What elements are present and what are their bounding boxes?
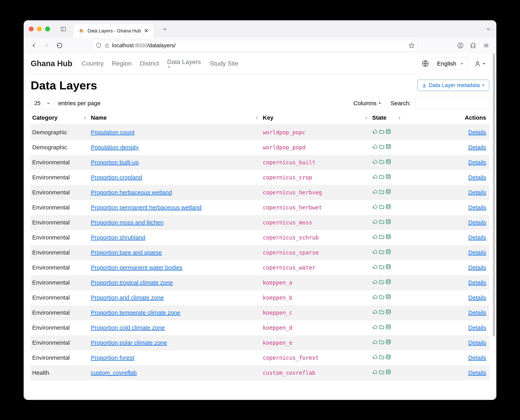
col-name[interactable]: Name▲▼ [89, 111, 261, 125]
details-link[interactable]: Details [468, 279, 486, 286]
close-window-button[interactable] [29, 27, 34, 31]
details-link[interactable]: Details [468, 144, 486, 150]
folder-icon [379, 264, 385, 270]
database-icon [385, 249, 391, 255]
details-link[interactable]: Details [468, 264, 486, 271]
columns-dropdown[interactable]: Columns [353, 100, 381, 106]
search-input[interactable] [415, 98, 489, 109]
app-menu-icon[interactable] [481, 40, 491, 51]
details-link[interactable]: Details [468, 249, 486, 256]
svg-point-28 [386, 325, 390, 326]
cell-state [371, 275, 404, 290]
layer-link[interactable]: Proportion bare and sparse [91, 249, 162, 256]
sidebar-toggle-icon[interactable] [59, 25, 68, 33]
layer-link[interactable]: Proportion permanent water bodies [91, 264, 183, 271]
details-link[interactable]: Details [468, 309, 486, 316]
layer-link[interactable]: Proportion permanent herbaceous wetland [91, 204, 202, 210]
entries-per-page-select[interactable]: 25 [31, 98, 54, 109]
details-link[interactable]: Details [468, 129, 486, 135]
layer-link[interactable]: custom_covreflab [91, 369, 137, 376]
database-icon [385, 309, 391, 315]
layer-link[interactable]: Population count [91, 129, 135, 135]
database-icon [385, 174, 391, 180]
state-icons [372, 129, 391, 135]
svg-point-30 [386, 355, 390, 356]
nav-link-region[interactable]: Region [111, 58, 133, 69]
cell-key: koeppen_d [261, 320, 371, 335]
cell-category: Environmental [31, 245, 89, 260]
nav-link-district[interactable]: District [139, 58, 160, 69]
columns-label: Columns [353, 100, 376, 106]
details-link[interactable]: Details [468, 369, 486, 376]
maximize-window-button[interactable] [45, 27, 50, 31]
table-row: Environmental Proportion moss and litche… [31, 215, 489, 230]
details-link[interactable]: Details [468, 159, 486, 165]
col-state[interactable]: State▲▼ [371, 111, 404, 125]
caret-down-icon [167, 66, 202, 69]
cell-category: Health [31, 365, 89, 380]
database-icon [385, 264, 391, 270]
folder-icon [379, 309, 385, 315]
details-link[interactable]: Details [468, 189, 486, 195]
layer-link[interactable]: Proportion cold climate zone [91, 324, 165, 331]
site-brand[interactable]: Ghana Hub [31, 59, 72, 68]
layer-link[interactable]: Proportion tropical climate zone [91, 279, 173, 286]
layer-link[interactable]: Proportion moss and litchen [91, 219, 163, 226]
recycle-icon [372, 264, 378, 270]
details-link[interactable]: Details [468, 339, 486, 346]
details-link[interactable]: Details [468, 174, 486, 180]
layer-link[interactable]: Population density [91, 144, 139, 150]
forward-button[interactable] [42, 40, 52, 51]
language-select[interactable]: English [433, 57, 468, 70]
cell-actions: Details [404, 170, 489, 185]
metadata-download-button[interactable]: Data Layer metadata [417, 80, 489, 91]
caret-down-icon [482, 84, 485, 87]
account-icon[interactable] [455, 40, 466, 51]
user-menu[interactable] [474, 60, 485, 67]
folder-icon [379, 249, 385, 255]
svg-marker-3 [409, 43, 414, 48]
reload-button[interactable] [54, 40, 65, 51]
url-text: localhost:8000/datalayers/ [112, 42, 176, 49]
cell-category: Environmental [31, 290, 89, 305]
svg-point-20 [386, 204, 390, 206]
cell-state [371, 230, 404, 245]
recycle-icon [372, 339, 378, 345]
layer-link[interactable]: Proportion polar climate zone [91, 339, 167, 346]
tabs-overflow-icon[interactable] [485, 26, 491, 32]
new-tab-button[interactable]: ＋ [161, 25, 169, 33]
site-navbar: Ghana Hub CountryRegionDistrictData Laye… [24, 53, 496, 74]
col-key[interactable]: Key▲▼ [261, 111, 371, 125]
minimize-window-button[interactable] [37, 27, 42, 31]
details-link[interactable]: Details [468, 324, 486, 331]
layer-link[interactable]: Proportion shrubland [91, 234, 145, 241]
svg-point-25 [386, 279, 390, 281]
tab-close-icon[interactable]: ✕ [144, 28, 148, 34]
nav-link-country[interactable]: Country [80, 58, 105, 69]
details-link[interactable]: Details [468, 204, 486, 210]
cell-category: Environmental [31, 170, 89, 185]
details-link[interactable]: Details [468, 294, 486, 301]
url-bar[interactable]: localhost:8000/datalayers/ [93, 40, 417, 51]
svg-marker-9 [168, 67, 170, 68]
col-category[interactable]: Category▲▼ [31, 111, 89, 125]
layer-link[interactable]: Proportion forest [91, 354, 134, 361]
cell-key: copernicus_sparse [261, 245, 371, 260]
details-link[interactable]: Details [468, 234, 486, 241]
nav-link-data-layers[interactable]: Data Layers [166, 57, 203, 70]
layer-link[interactable]: Proportion temperate climate zone [91, 309, 181, 316]
details-link[interactable]: Details [468, 354, 486, 361]
back-button[interactable] [29, 40, 39, 51]
layer-link[interactable]: Proportion built-up [91, 159, 139, 165]
layer-link[interactable]: Proportion cropland [91, 174, 142, 180]
svg-point-31 [386, 370, 390, 371]
layer-link[interactable]: Proportion arid climate zone [91, 294, 164, 301]
nav-link-study-site[interactable]: Study Site [209, 58, 239, 69]
scrollbar-thumb[interactable] [493, 53, 495, 337]
details-link[interactable]: Details [468, 219, 486, 226]
browser-tab[interactable]: 🎨 Data Layers - Ghana Hub ✕ [73, 24, 153, 38]
bookmark-star-icon[interactable] [409, 43, 414, 48]
layer-link[interactable]: Proportion herbaceous wetland [91, 189, 172, 195]
extensions-icon[interactable] [468, 40, 478, 51]
vertical-scrollbar[interactable] [492, 53, 496, 399]
